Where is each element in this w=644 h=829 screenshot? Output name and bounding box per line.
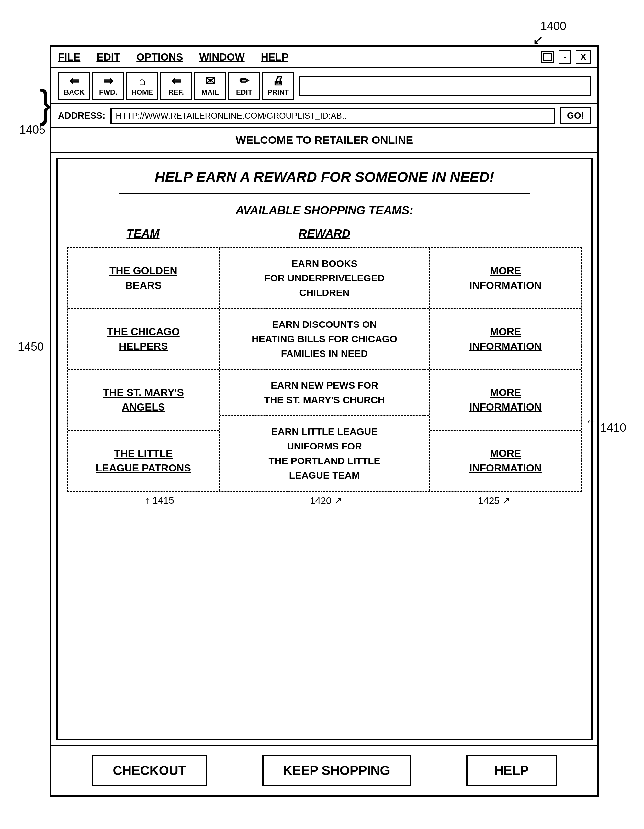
info-column: MOREINFORMATION MOREINFORMATION MOREINFO… (430, 248, 581, 490)
reward-text-1: EARN BOOKSFOR UNDERPRIVELEGEDCHILDREN (264, 256, 385, 300)
info-link-1[interactable]: MOREINFORMATION (469, 263, 542, 293)
teams-table: THE GOLDENBEARS THE CHICAGOHELPERS THE S… (67, 247, 581, 492)
edit-label: EDIT (236, 88, 252, 96)
arrow-1410-icon: ← (586, 414, 597, 428)
col-header-team: TEAM (67, 227, 219, 241)
info-link-2[interactable]: MOREINFORMATION (469, 325, 542, 354)
home-icon: ⌂ (139, 75, 146, 87)
welcome-text: WELCOME TO RETAILER ONLINE (236, 134, 413, 146)
minimize-button[interactable]: - (559, 50, 571, 64)
info-link-4[interactable]: MOREINFORMATION (469, 446, 542, 475)
print-icon: 🖨 (272, 75, 284, 87)
table-row: THE ST. MARY'SANGELS (68, 370, 219, 431)
address-input[interactable] (110, 108, 555, 124)
address-bar: ADDRESS: GO! (52, 104, 597, 128)
edit-icon: ✏ (239, 75, 249, 87)
browser-window: FILE EDIT OPTIONS WINDOW HELP - X ⇐ BACK… (50, 45, 599, 797)
toolbar: ⇐ BACK ⇒ FWD. ⌂ HOME ⇐ REF. ✉ MAIL ✏ EDI… (52, 68, 597, 104)
label-ref-1420: 1420 ↗ (310, 495, 342, 506)
col-header-spacer (430, 227, 581, 241)
team-link-st-marys[interactable]: THE ST. MARY'SANGELS (103, 385, 184, 414)
reward-column: EARN BOOKSFOR UNDERPRIVELEGEDCHILDREN EA… (219, 248, 431, 490)
close-button[interactable]: X (576, 50, 591, 64)
home-button[interactable]: ⌂ HOME (126, 72, 158, 100)
table-row: MOREINFORMATION (430, 370, 581, 431)
forward-button[interactable]: ⇒ FWD. (92, 72, 124, 100)
column-headers: TEAM REWARD (67, 227, 581, 241)
window-icon-inner (543, 53, 552, 61)
print-button[interactable]: 🖨 PRINT (262, 72, 294, 100)
team-link-little-league[interactable]: THE LITTLELEAGUE PATRONS (96, 446, 191, 475)
table-row: THE GOLDENBEARS (68, 248, 219, 309)
table-row: MOREINFORMATION (430, 309, 581, 370)
label-ref-1415: ↑ 1415 (145, 495, 174, 506)
ref-icon: ⇐ (171, 75, 181, 87)
mail-button[interactable]: ✉ MAIL (194, 72, 226, 100)
ref-label: REF. (168, 88, 184, 96)
table-row: EARN DISCOUNTS ONHEATING BILLS FOR CHICA… (219, 309, 430, 370)
bottom-bar: CHECKOUT KEEP SHOPPING HELP (52, 745, 597, 795)
window-controls: - X (541, 50, 591, 64)
label-ref-1425: 1425 ↗ (478, 495, 510, 506)
content-subheadline: AVAILABLE SHOPPING TEAMS: (236, 204, 414, 217)
table-row: EARN NEW PEWS FORTHE ST. MARY'S CHURCH (219, 370, 430, 416)
reward-text-4: EARN LITTLE LEAGUEUNIFORMS FORTHE PORTLA… (269, 424, 381, 482)
welcome-bar: WELCOME TO RETAILER ONLINE (52, 128, 597, 153)
team-column: THE GOLDENBEARS THE CHICAGOHELPERS THE S… (68, 248, 219, 490)
menu-file[interactable]: FILE (58, 51, 80, 63)
print-label: PRINT (268, 88, 289, 96)
content-headline: HELP EARN A REWARD FOR SOMEONE IN NEED! (155, 169, 494, 185)
forward-icon: ⇒ (103, 75, 113, 87)
forward-label: FWD. (99, 88, 117, 96)
table-row: MOREINFORMATION (430, 248, 581, 309)
menu-bar: FILE EDIT OPTIONS WINDOW HELP - X (52, 47, 597, 68)
label-1400: 1400 (540, 19, 566, 33)
label-1410: 1410 (600, 421, 626, 435)
menu-help[interactable]: HELP (261, 51, 288, 63)
reward-text-3: EARN NEW PEWS FORTHE ST. MARY'S CHURCH (264, 378, 385, 407)
mail-icon: ✉ (205, 75, 215, 87)
table-row: MOREINFORMATION (430, 431, 581, 490)
table-row: EARN LITTLE LEAGUEUNIFORMS FORTHE PORTLA… (219, 416, 430, 490)
edit-button[interactable]: ✏ EDIT (228, 72, 260, 100)
help-button[interactable]: HELP (466, 755, 557, 786)
address-label: ADDRESS: (58, 110, 105, 121)
divider (119, 193, 530, 194)
keep-shopping-button[interactable]: KEEP SHOPPING (262, 755, 411, 786)
menu-options[interactable]: OPTIONS (136, 51, 183, 63)
menu-edit[interactable]: EDIT (96, 51, 120, 63)
table-labels: ↑ 1415 1420 ↗ 1425 ↗ (67, 495, 581, 506)
team-link-golden-bears[interactable]: THE GOLDENBEARS (109, 263, 178, 293)
reward-text-2: EARN DISCOUNTS ONHEATING BILLS FOR CHICA… (252, 317, 397, 361)
back-label: BACK (64, 88, 85, 96)
table-row: EARN BOOKSFOR UNDERPRIVELEGEDCHILDREN (219, 248, 430, 309)
back-icon: ⇐ (69, 75, 79, 87)
checkout-button[interactable]: CHECKOUT (92, 755, 207, 786)
ref-button[interactable]: ⇐ REF. (160, 72, 192, 100)
main-content: HELP EARN A REWARD FOR SOMEONE IN NEED! … (56, 158, 592, 740)
table-row: THE LITTLELEAGUE PATRONS (68, 431, 219, 490)
window-icon-box (541, 51, 554, 63)
team-link-chicago-helpers[interactable]: THE CHICAGOHELPERS (107, 325, 180, 354)
go-button[interactable]: GO! (560, 107, 591, 125)
label-1405: 1405 (19, 123, 45, 137)
back-button[interactable]: ⇐ BACK (58, 72, 90, 100)
menu-window[interactable]: WINDOW (199, 51, 244, 63)
home-label: HOME (131, 88, 153, 96)
mail-label: MAIL (202, 88, 219, 96)
table-row: THE CHICAGOHELPERS (68, 309, 219, 370)
info-link-3[interactable]: MOREINFORMATION (469, 385, 542, 414)
col-header-reward: REWARD (219, 227, 430, 241)
label-1450: 1450 (18, 340, 44, 354)
